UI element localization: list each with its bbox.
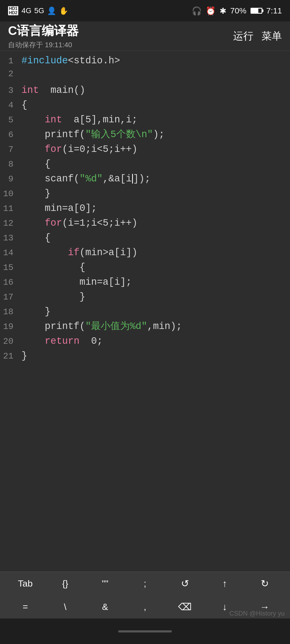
code-token-kw-pink: int (45, 114, 62, 125)
code-token-normal: { (21, 100, 27, 111)
key-backslash[interactable]: \ (52, 599, 79, 615)
header-buttons: 运行 菜单 (233, 29, 282, 43)
code-token-normal: } (21, 350, 27, 361)
key-backspace[interactable]: ⌫ (172, 599, 198, 615)
key-braces[interactable]: {} (52, 576, 79, 591)
line-number: 10 (0, 189, 19, 199)
code-token-normal: { (21, 262, 85, 273)
code-editor[interactable]: 1#include<stdio.h>23int main()4{5 int a[… (0, 51, 290, 572)
kb-row-1: Tab {} "" ; ↺ ↑ ↻ (0, 572, 290, 595)
key-comma[interactable]: , (132, 599, 158, 615)
line-content: for(i=1;i<5;i++) (19, 217, 137, 230)
table-row: 14 if(min>a[i]) (0, 246, 290, 260)
code-token-normal: } (21, 306, 50, 317)
code-token-normal: 0; (79, 336, 103, 347)
code-token-normal: (i=1;i<5;i++) (62, 218, 137, 229)
code-token-normal: min=a[0]; (21, 203, 97, 214)
line-content: { (19, 158, 50, 171)
menu-button[interactable]: 菜单 (262, 29, 282, 43)
table-row: 3int main() (0, 83, 290, 98)
code-token-normal: (min>a[i]) (79, 247, 137, 258)
text-cursor (132, 174, 133, 184)
code-token-normal: (i=0;i<5;i++) (62, 144, 137, 155)
line-number: 14 (0, 248, 19, 258)
key-equals[interactable]: = (12, 599, 39, 615)
key-quotes[interactable]: "" (92, 576, 118, 591)
app-title-block: C语言编译器 自动保存于 19:11:40 (8, 23, 79, 50)
line-number: 20 (0, 336, 19, 346)
signal-5g-icon: 5G (34, 6, 44, 15)
code-token-normal: ]); (133, 173, 151, 184)
watermark: CSDN @History yu (229, 610, 285, 617)
table-row: 10 } (0, 186, 290, 201)
line-number: 19 (0, 322, 19, 332)
code-token-normal: scanf( (21, 173, 79, 184)
line-content: if(min>a[i]) (19, 246, 137, 259)
nav-bar (0, 619, 290, 644)
key-up[interactable]: ↑ (211, 575, 238, 592)
code-token-normal: ,&a[i (103, 173, 132, 184)
line-content: { (19, 261, 85, 274)
hand-icon: ✋ (59, 6, 68, 15)
code-token-normal: } (21, 188, 50, 199)
line-content: } (19, 187, 50, 200)
line-content: min=a[0]; (19, 202, 97, 215)
code-token-kw-pink: return (45, 336, 79, 347)
code-token-kw-pink: int (21, 85, 39, 96)
line-number: 18 (0, 307, 19, 317)
table-row: 4{ (0, 98, 290, 113)
table-row: 15 { (0, 260, 290, 275)
key-undo[interactable]: ↺ (172, 575, 198, 592)
battery-percent: 70% (230, 6, 247, 15)
line-number: 7 (0, 145, 19, 155)
avatar-icon: 👤 (47, 6, 56, 15)
line-number: 13 (0, 233, 19, 243)
alarm-icon: ⏰ (206, 6, 216, 16)
table-row: 8 { (0, 157, 290, 172)
code-token-normal (21, 336, 45, 347)
key-semicolon[interactable]: ; (132, 576, 158, 591)
table-row: 19 printf("最小值为%d",min); (0, 319, 290, 334)
line-content: min=a[i]; (19, 276, 132, 289)
line-number: 8 (0, 159, 19, 169)
table-row: 17 } (0, 290, 290, 305)
table-row: 13 { (0, 231, 290, 246)
line-number: 11 (0, 204, 19, 214)
line-number: 9 (0, 174, 19, 184)
table-row: 1#include<stdio.h> (0, 54, 290, 68)
key-redo[interactable]: ↻ (251, 575, 278, 592)
table-row: 20 return 0; (0, 334, 290, 349)
battery-icon (251, 8, 262, 14)
line-content: { (19, 231, 50, 245)
table-row: 18 } (0, 305, 290, 319)
line-content: } (19, 349, 27, 363)
key-tab[interactable]: Tab (12, 576, 39, 591)
status-bar: HD1HD2 4G 5G 👤 ✋ 🎧 ⏰ ✱ 70% 7:11 (0, 0, 290, 21)
table-row: 12 for(i=1;i<5;i++) (0, 216, 290, 231)
status-left-icons: HD1HD2 4G 5G 👤 ✋ (8, 6, 68, 15)
run-button[interactable]: 运行 (233, 29, 253, 43)
key-ampersand[interactable]: & (92, 599, 118, 615)
table-row: 21} (0, 349, 290, 364)
code-token-str-green: "%d" (79, 173, 103, 184)
code-token-kw-blue: #include (21, 55, 68, 66)
code-token-normal: { (21, 159, 50, 170)
code-token-kw-pink: for (45, 144, 62, 155)
app-header: C语言编译器 自动保存于 19:11:40 运行 菜单 (0, 21, 290, 51)
table-row: 11 min=a[0]; (0, 201, 290, 216)
line-content: #include<stdio.h> (19, 54, 120, 68)
line-content: { (19, 98, 27, 112)
code-token-normal: printf( (21, 129, 85, 140)
app-title: C语言编译器 (8, 23, 79, 39)
table-row: 7 for(i=0;i<5;i++) (0, 142, 290, 157)
code-token-kw-pink: for (45, 218, 62, 229)
code-token-normal (21, 247, 68, 258)
line-number: 17 (0, 292, 19, 302)
hd-icon: HD1HD2 (8, 6, 19, 15)
code-token-str-green: "最小值为%d" (85, 321, 147, 332)
line-content: for(i=0;i<5;i++) (19, 143, 137, 156)
line-number: 5 (0, 115, 19, 125)
line-number: 12 (0, 218, 19, 228)
code-token-normal: main() (39, 85, 85, 96)
code-token-normal: ); (153, 129, 165, 140)
